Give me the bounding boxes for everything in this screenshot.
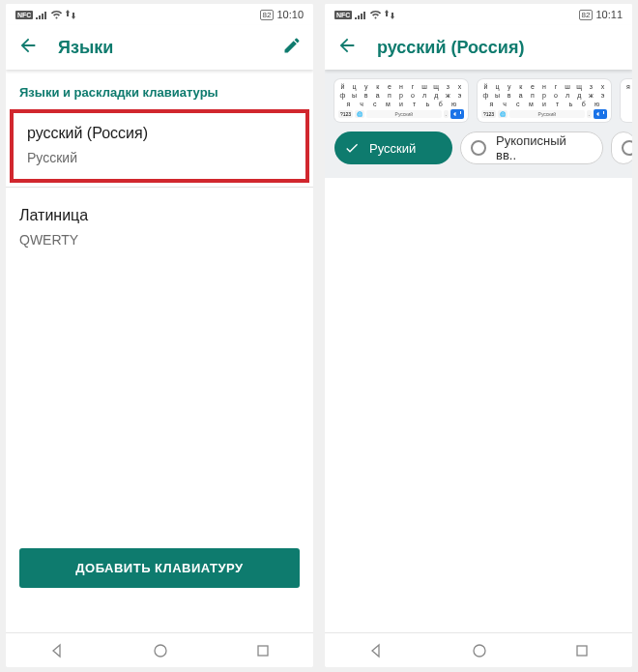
language-primary: русский (Россия) [27,125,292,142]
kb-fn-key: ?123 [338,110,353,118]
section-label: Языки и раскладки клавиатуры [6,70,313,109]
chip-more[interactable] [611,131,632,164]
kb-key: щ [432,83,441,90]
circle-icon [153,643,168,658]
kb-key: у [362,83,370,90]
radio-icon [471,140,486,156]
kb-key: м [384,101,392,107]
status-bar: NFC 82 10:10 [6,4,313,25]
chip-handwriting[interactable]: Рукописный вв.. [460,131,603,164]
keyboard-preview-1[interactable]: йцукенгшщзх фывапролджэ ячсмитьбю ?123 🌐… [334,79,468,122]
status-time: 10:10 [276,9,304,20]
pencil-icon [282,36,302,55]
arrow-left-icon [336,35,358,56]
enter-icon [594,109,607,119]
nav-back[interactable] [49,643,65,658]
nav-back[interactable] [368,643,384,658]
kb-key: ш [420,83,429,90]
kb-key: п [385,92,393,99]
language-primary: Латиница [19,207,300,224]
globe-icon: 🌐 [498,110,508,118]
kb-key: г [552,83,561,90]
kb-key: н [539,83,548,90]
kb-dot: . [587,110,592,118]
enter-icon [450,109,464,119]
keyboard-preview-strip: йцукенгшщзх фывапролджэ ячсмитьбю ?123 🌐… [325,70,632,131]
kb-fn-key: ?123 [481,110,496,118]
kb-key: б [579,101,588,107]
kb-key: з [444,83,452,90]
page-title: русский (Россия) [377,38,621,58]
data-icon [66,10,75,19]
svg-rect-1 [258,646,268,656]
back-button[interactable] [336,35,358,60]
kb-key: х [455,83,464,90]
kb-key: т [410,101,419,107]
kb-key: и [540,101,549,107]
kb-key: ф [481,92,490,99]
triangle-icon [49,643,65,658]
back-button[interactable] [17,35,39,60]
phone-right: NFC 82 10:11 русский (Россия) йцукенгшщз… [325,4,632,667]
kb-key: к [516,83,525,90]
wifi-icon [50,10,63,19]
kb-key: ц [350,83,359,90]
kb-key: т [553,101,562,107]
kb-key: ф [338,92,347,99]
content-area: Языки и раскладки клавиатуры русский (Ро… [6,70,313,632]
nav-home[interactable] [472,643,487,658]
kb-key: в [362,92,370,99]
nav-recent[interactable] [575,644,589,657]
kb-key: щ [575,83,584,90]
data-icon [385,10,394,19]
status-time: 10:11 [595,9,623,20]
kb-key: у [505,83,513,90]
page-title: Языки [58,38,263,58]
kb-key: б [436,101,445,107]
language-item-russian[interactable]: русский (Россия) Русский [10,109,309,183]
kb-key: р [396,92,405,99]
globe-icon: 🌐 [355,110,364,118]
add-keyboard-button[interactable]: ДОБАВИТЬ КЛАВИАТУРУ [19,548,300,588]
kb-key: ь [423,101,432,107]
keyboard-preview-2[interactable]: йцукенгшщзх фывапролджэ ячсмитьбю ?123 🌐… [478,79,611,122]
kb-key: й [338,83,347,90]
kb-key: л [564,92,572,99]
square-icon [575,644,589,657]
kb-key: о [409,92,418,99]
kb-key: а [373,92,382,99]
kb-key: е [385,83,393,90]
language-secondary: QWERTY [19,232,300,248]
wifi-icon [369,10,382,19]
kb-key: к [373,83,382,90]
chip-russian[interactable]: Русский [334,131,452,164]
status-bar: NFC 82 10:11 [325,4,632,25]
battery-percent: 82 [260,10,275,20]
keyboard-preview-3[interactable]: яш [621,79,632,122]
navigation-bar [325,632,632,667]
kb-key: я [624,83,632,90]
kb-key: э [455,92,464,99]
kb-key: я [487,101,496,107]
kb-key: ч [501,101,509,107]
language-item-latin[interactable]: Латиница QWERTY [6,195,313,261]
kb-key: з [587,83,595,90]
carrier-badge: NFC [15,11,33,19]
nav-recent[interactable] [256,644,270,657]
kb-dot: . [444,110,449,118]
language-secondary: Русский [27,150,292,165]
layout-chips: Русский Рукописный вв.. [325,131,632,178]
kb-key: э [598,92,607,99]
kb-key: ю [450,101,458,107]
signal-icon [355,10,366,19]
nav-home[interactable] [153,643,168,658]
kb-space: Русский [509,110,584,118]
kb-key: о [552,92,561,99]
kb-key: п [528,92,536,99]
carrier-badge: NFC [334,11,352,19]
edit-button[interactable] [282,36,302,59]
kb-key: ц [493,83,502,90]
chip-label: Русский [369,141,416,156]
svg-rect-3 [577,646,587,656]
kb-key: ы [493,92,502,99]
